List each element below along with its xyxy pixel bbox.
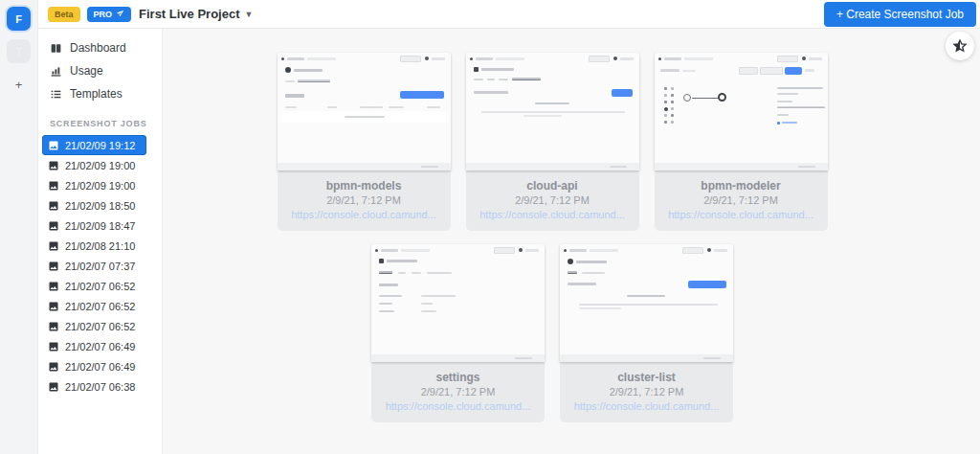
photo-icon bbox=[48, 180, 59, 192]
job-item-label: 21/02/07 06:49 bbox=[65, 361, 135, 373]
job-item-label: 21/02/07 06:52 bbox=[65, 301, 135, 312]
screenshot-thumbnail[interactable] bbox=[655, 53, 828, 170]
screenshot-job-item[interactable]: 21/02/07 06:49 bbox=[38, 356, 162, 376]
job-item-label: 21/02/07 06:52 bbox=[65, 321, 135, 332]
sidebar-item-dashboard[interactable]: Dashboard bbox=[38, 36, 162, 59]
screenshot-card: settings 2/9/21, 7:12 PM https://console… bbox=[371, 244, 545, 422]
templates-list-icon bbox=[50, 88, 62, 101]
sidebar-item-templates[interactable]: Templates bbox=[38, 82, 162, 105]
photo-icon bbox=[48, 261, 59, 272]
photo-icon bbox=[48, 200, 59, 212]
pro-badge: PRO bbox=[87, 7, 132, 22]
screenshot-job-item[interactable]: 21/02/07 06:52 bbox=[38, 276, 162, 296]
screenshot-card: bpmn-models 2/9/21, 7:12 PM https://cons… bbox=[278, 53, 451, 231]
job-item-label: 21/02/07 06:52 bbox=[65, 281, 135, 292]
card-url-link[interactable]: https://console.cloud.camund... bbox=[566, 399, 727, 414]
beta-badge: Beta bbox=[48, 7, 80, 22]
card-footer: bpmn-models 2/9/21, 7:12 PM https://cons… bbox=[278, 170, 451, 231]
usage-chart-icon bbox=[50, 65, 62, 78]
job-item-label: 21/02/07 06:38 bbox=[65, 381, 135, 393]
card-timestamp: 2/9/21, 7:12 PM bbox=[472, 193, 634, 208]
card-name: bpmn-models bbox=[283, 178, 445, 193]
screenshot-job-item[interactable]: 21/02/07 06:52 bbox=[38, 296, 162, 316]
screenshot-thumbnail[interactable] bbox=[466, 53, 639, 170]
card-timestamp: 2/9/21, 7:12 PM bbox=[377, 385, 539, 399]
screenshot-job-item[interactable]: 21/02/07 06:49 bbox=[38, 336, 162, 356]
photo-icon bbox=[48, 220, 59, 232]
sidebar-item-label: Usage bbox=[70, 64, 103, 78]
card-footer: cloud-api 2/9/21, 7:12 PM https://consol… bbox=[466, 170, 639, 231]
workspace-rail: F T + bbox=[0, 0, 38, 454]
job-item-label: 21/02/08 21:10 bbox=[65, 240, 135, 252]
sidebar-item-label: Dashboard bbox=[70, 41, 126, 55]
rocket-icon bbox=[116, 10, 124, 18]
job-item-label: 21/02/09 18:50 bbox=[65, 200, 135, 212]
screenshot-jobs-section-label: SCREENSHOT JOBS bbox=[38, 105, 162, 135]
photo-icon bbox=[48, 321, 59, 332]
sidebar: Dashboard Usage Templates SCREENSHOT JOB… bbox=[38, 29, 163, 454]
screenshot-cards-grid: bpmn-models 2/9/21, 7:12 PM https://cons… bbox=[277, 53, 828, 422]
create-screenshot-job-button[interactable]: + Create Screenshot Job bbox=[824, 2, 976, 27]
screenshot-job-item[interactable]: 21/02/08 21:10 bbox=[38, 236, 162, 256]
job-item-label: 21/02/09 19:00 bbox=[65, 180, 135, 192]
star-half-icon bbox=[952, 38, 968, 54]
workspace-logo-f[interactable]: F bbox=[7, 7, 31, 31]
jobs-list: 21/02/09 19:12 21/02/09 19:00 21/02/09 1… bbox=[38, 135, 162, 397]
photo-icon bbox=[48, 160, 59, 171]
screenshot-job-item[interactable]: 21/02/09 18:47 bbox=[38, 216, 162, 236]
chevron-down-icon[interactable]: ▼ bbox=[245, 10, 254, 19]
photo-icon bbox=[48, 240, 59, 252]
photo-icon bbox=[48, 281, 59, 292]
card-name: cluster-list bbox=[566, 370, 727, 385]
screenshot-thumbnail[interactable] bbox=[371, 244, 545, 362]
card-url-link[interactable]: https://console.cloud.camund... bbox=[283, 208, 445, 222]
screenshot-card: cluster-list 2/9/21, 7:12 PM https://con… bbox=[560, 244, 733, 422]
card-timestamp: 2/9/21, 7:12 PM bbox=[283, 193, 445, 208]
screenshot-job-item[interactable]: 21/02/07 06:38 bbox=[38, 376, 162, 397]
sidebar-item-usage[interactable]: Usage bbox=[38, 59, 162, 82]
card-name: bpmn-modeler bbox=[660, 178, 822, 193]
card-url-link[interactable]: https://console.cloud.camund... bbox=[660, 208, 822, 222]
card-footer: settings 2/9/21, 7:12 PM https://console… bbox=[371, 362, 545, 422]
pro-badge-label: PRO bbox=[94, 10, 113, 19]
job-item-label: 21/02/09 19:12 bbox=[65, 140, 135, 151]
top-bar: Beta PRO First Live Project ▼ + Create S… bbox=[38, 0, 980, 29]
card-url-link[interactable]: https://console.cloud.camund... bbox=[472, 208, 634, 222]
card-name: cloud-api bbox=[472, 178, 634, 193]
screenshot-card: cloud-api 2/9/21, 7:12 PM https://consol… bbox=[466, 53, 639, 231]
card-timestamp: 2/9/21, 7:12 PM bbox=[660, 193, 822, 208]
job-item-label: 21/02/07 06:49 bbox=[65, 341, 135, 352]
card-url-link[interactable]: https://console.cloud.camund... bbox=[377, 399, 539, 414]
card-row-2: settings 2/9/21, 7:12 PM https://console… bbox=[277, 244, 828, 422]
project-name[interactable]: First Live Project bbox=[139, 7, 239, 21]
screenshot-thumbnail[interactable] bbox=[278, 53, 451, 170]
card-name: settings bbox=[377, 370, 539, 385]
screenshot-job-item[interactable]: 21/02/09 18:50 bbox=[38, 195, 162, 216]
add-workspace-button[interactable]: + bbox=[15, 78, 23, 92]
card-footer: bpmn-modeler 2/9/21, 7:12 PM https://con… bbox=[655, 170, 828, 231]
job-item-label: 21/02/09 18:47 bbox=[65, 220, 135, 232]
card-timestamp: 2/9/21, 7:12 PM bbox=[566, 385, 727, 399]
favorite-button[interactable] bbox=[946, 32, 974, 60]
screenshot-job-item[interactable]: 21/02/07 07:37 bbox=[38, 256, 162, 276]
card-row-1: bpmn-models 2/9/21, 7:12 PM https://cons… bbox=[277, 53, 828, 231]
photo-icon bbox=[48, 381, 59, 393]
main-content: bpmn-models 2/9/21, 7:12 PM https://cons… bbox=[163, 29, 980, 454]
screenshot-job-item[interactable]: 21/02/09 19:00 bbox=[38, 155, 162, 175]
screenshot-card: bpmn-modeler 2/9/21, 7:12 PM https://con… bbox=[655, 53, 828, 231]
screenshot-job-item[interactable]: 21/02/07 06:52 bbox=[38, 316, 162, 336]
screenshot-job-item[interactable]: 21/02/09 19:12 bbox=[42, 135, 146, 155]
workspace-logo-t[interactable]: T bbox=[7, 39, 31, 63]
screenshot-thumbnail[interactable] bbox=[560, 244, 733, 362]
photo-icon bbox=[48, 341, 59, 352]
job-item-label: 21/02/07 07:37 bbox=[65, 261, 135, 272]
photo-icon bbox=[48, 140, 59, 151]
card-footer: cluster-list 2/9/21, 7:12 PM https://con… bbox=[560, 362, 733, 422]
sidebar-item-label: Templates bbox=[70, 87, 122, 101]
photo-icon bbox=[48, 301, 59, 312]
dashboard-icon bbox=[50, 42, 62, 55]
screenshot-job-item[interactable]: 21/02/09 19:00 bbox=[38, 175, 162, 195]
job-item-label: 21/02/09 19:00 bbox=[65, 160, 135, 171]
photo-icon bbox=[48, 361, 59, 373]
